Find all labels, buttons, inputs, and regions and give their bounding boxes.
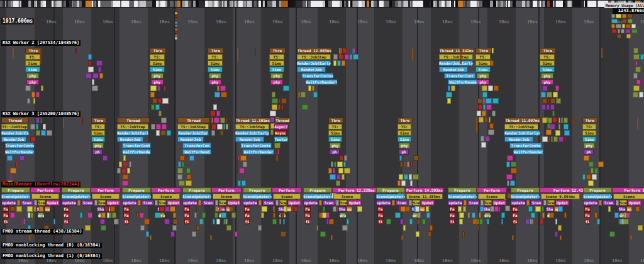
- zone-block[interactable]: [199, 219, 203, 224]
- fmod-event-tick[interactable]: [331, 235, 333, 240]
- zone-block[interactable]: [410, 180, 413, 186]
- zone-block[interactable]: [186, 180, 192, 186]
- zone-block[interactable]: [531, 212, 535, 218]
- zone-block[interactable]: [582, 174, 586, 180]
- zone-bar[interactable]: TS::JobStep: [439, 54, 473, 60]
- zone-block[interactable]: [33, 98, 35, 104]
- zone-block[interactable]: [140, 212, 144, 218]
- zone-block[interactable]: [283, 85, 289, 91]
- zone-block[interactable]: [214, 118, 219, 123]
- zone-bar[interactable]: phy: [270, 73, 283, 79]
- zone-block[interactable]: [564, 212, 567, 218]
- zone-bar[interactable]: Updat: [628, 200, 641, 206]
- zone-block[interactable]: [175, 15, 177, 18]
- zone-block[interactable]: [158, 98, 162, 104]
- zone-block[interactable]: [279, 219, 281, 224]
- zone-block[interactable]: [196, 225, 199, 231]
- zone-bar[interactable]: Scene: [613, 194, 644, 199]
- zone-bar[interactable]: TS::JobStep: [235, 124, 269, 129]
- zone-bar[interactable]: Thre: [540, 48, 556, 53]
- zone-block[interactable]: [177, 174, 182, 180]
- zone-block[interactable]: [633, 73, 638, 79]
- zone-block[interactable]: [426, 206, 429, 212]
- zone-bar[interactable]: Scen: [81, 200, 94, 206]
- zone-bar[interactable]: SceneUpdater:: [1, 194, 30, 199]
- zone-block[interactable]: [261, 212, 264, 218]
- zone-bar[interactable]: Thre: [582, 118, 597, 123]
- zone-block[interactable]: [172, 225, 177, 231]
- zone-block[interactable]: [276, 155, 278, 161]
- zone-bar[interactable]: Scene: [31, 194, 59, 199]
- zone-block[interactable]: [123, 162, 128, 167]
- zone-bar[interactable]: Sha: [338, 206, 346, 212]
- zone-block[interactable]: [625, 29, 631, 33]
- zone-block[interactable]: [558, 118, 560, 123]
- thread-label[interactable]: FMOD nonblocking thread (0) (0/16384): [1, 243, 102, 248]
- zone-block[interactable]: [501, 212, 505, 218]
- zone-bar[interactable]: Simu: [150, 67, 165, 72]
- zone-bar[interactable]: RenderJob: [297, 67, 326, 72]
- zone-bar[interactable]: RenderJob(Exe: [1, 130, 29, 136]
- zone-block[interactable]: [34, 200, 37, 206]
- zone-block[interactable]: [430, 225, 433, 231]
- zone-block[interactable]: [152, 98, 157, 104]
- zone-block[interactable]: [409, 200, 412, 206]
- zone-bar[interactable]: Thread: [1, 118, 29, 123]
- zone-block[interactable]: [337, 60, 341, 66]
- zone-bar[interactable]: SceneUpdater:: [303, 194, 332, 199]
- zone-bar[interactable]: Thre: [269, 48, 286, 53]
- zone-block[interactable]: [543, 200, 547, 206]
- zone-bar[interactable]: update: [62, 200, 77, 206]
- zone-block[interactable]: [480, 136, 484, 141]
- zone-block[interactable]: [278, 104, 280, 110]
- zone-block[interactable]: [301, 92, 306, 97]
- zone-bar[interactable]: TS::JobStep: [177, 124, 209, 129]
- zone-block[interactable]: [333, 60, 336, 66]
- zone-bar[interactable]: up: [45, 206, 50, 212]
- zone-bar[interactable]: SceneUpdater:: [511, 194, 540, 199]
- zone-block[interactable]: [41, 130, 46, 136]
- zone-bar[interactable]: phy: [151, 73, 164, 79]
- zone-block[interactable]: [85, 225, 91, 231]
- zone-bar[interactable]: Thre: [208, 48, 224, 53]
- zone-bar[interactable]: Prepare: [1, 187, 30, 193]
- zone-block[interactable]: [564, 124, 569, 129]
- zone-block[interactable]: [541, 92, 546, 97]
- zone-block[interactable]: [594, 212, 597, 218]
- event-tick[interactable]: [63, 118, 64, 128]
- zone-block[interactable]: [88, 67, 94, 72]
- zone-bar[interactable]: WaitForRender: [243, 149, 274, 155]
- zone-bar[interactable]: up: [419, 206, 425, 212]
- zone-block[interactable]: [479, 219, 483, 224]
- zone-block[interactable]: [270, 111, 276, 116]
- zone-block[interactable]: [626, 24, 631, 28]
- zone-block[interactable]: [482, 85, 487, 91]
- zone-block[interactable]: [170, 206, 175, 212]
- zone-block[interactable]: [31, 92, 35, 97]
- zone-bar[interactable]: fi: [378, 219, 383, 224]
- zone-block[interactable]: [123, 155, 126, 161]
- zone-block[interactable]: [501, 219, 503, 224]
- zone-block[interactable]: [626, 212, 630, 218]
- zone-block[interactable]: [588, 180, 594, 186]
- zone-block[interactable]: [548, 98, 550, 104]
- zone-block[interactable]: [614, 212, 619, 218]
- zone-block[interactable]: [558, 225, 562, 231]
- zone-block[interactable]: [30, 212, 33, 218]
- zone-block[interactable]: [161, 118, 167, 123]
- zone-bar[interactable]: WaitForRender: [5, 149, 34, 155]
- zone-bar[interactable]: Simu: [475, 60, 491, 66]
- zone-bar[interactable]: update: [511, 200, 526, 206]
- zone-bar[interactable]: SceneUpdater:: [583, 194, 612, 199]
- zone-block[interactable]: [633, 92, 638, 97]
- zone-block[interactable]: [30, 136, 36, 142]
- zone-block[interactable]: [395, 212, 401, 218]
- zone-block[interactable]: [483, 104, 486, 110]
- zone-block[interactable]: [409, 174, 412, 180]
- zone-block[interactable]: [343, 162, 346, 167]
- zone-block[interactable]: [413, 174, 419, 180]
- zone-block[interactable]: [631, 29, 638, 33]
- zone-block[interactable]: [506, 162, 510, 167]
- zone-bar[interactable]: Simu: [397, 136, 411, 142]
- zone-block[interactable]: [564, 130, 570, 136]
